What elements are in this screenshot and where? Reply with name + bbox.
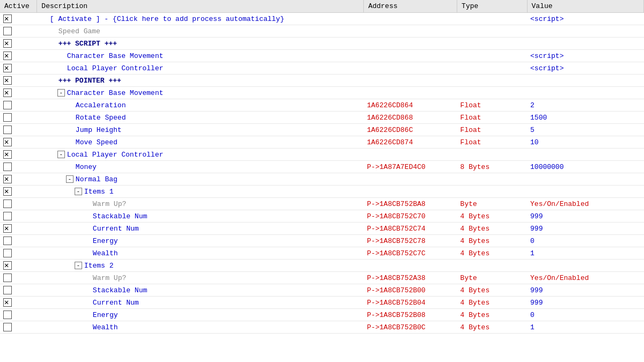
spacer (66, 163, 75, 171)
checkbox[interactable] (3, 237, 12, 245)
address-cell: 1A6226CD874 (364, 136, 457, 149)
description-cell: Stackable Num (37, 210, 364, 223)
type-cell: 4 Bytes (457, 321, 527, 334)
table-row[interactable]: -Normal Bag (0, 173, 644, 186)
checkbox[interactable] (3, 150, 12, 159)
description-text: Move Speed (76, 138, 118, 146)
spacer (83, 249, 92, 257)
address-cell: 1A6226CD868 (364, 112, 457, 124)
checkbox[interactable] (3, 125, 12, 134)
description-text: Local Player Controller (67, 151, 163, 159)
table-row[interactable]: EnergyP->1A8CB752C784 Bytes0 (0, 235, 644, 247)
table-row[interactable]: +++ POINTER +++ (0, 75, 644, 87)
type-cell (457, 173, 527, 186)
checkbox[interactable] (3, 187, 12, 196)
type-cell (457, 149, 527, 161)
expand-icon[interactable]: - (66, 175, 74, 183)
checkbox[interactable] (3, 175, 12, 183)
description-text: Current Num (93, 299, 139, 307)
checkbox[interactable] (3, 64, 12, 72)
table-row[interactable]: Jump Height1A6226CD86CFloat5 (0, 124, 644, 136)
address-cell: P->1A8CB752C70 (364, 210, 457, 223)
checkbox[interactable] (3, 51, 12, 60)
checkbox[interactable] (3, 298, 12, 307)
checkbox[interactable] (3, 200, 12, 208)
value-cell: 1 (527, 247, 643, 260)
table-row[interactable]: -Items 2 (0, 260, 644, 272)
spacer (40, 15, 49, 23)
checkbox[interactable] (3, 27, 12, 35)
description-text: Money (76, 163, 97, 171)
description-cell: Local Player Controller (37, 62, 364, 75)
table-row[interactable]: Warm Up?P->1A8CB752BA8ByteYes/On/Enabled (0, 198, 644, 210)
checkbox[interactable] (3, 88, 12, 97)
checkbox[interactable] (3, 311, 12, 319)
value-cell: 0 (527, 309, 643, 321)
table-row[interactable]: -Character Base Movement (0, 87, 644, 99)
checkbox[interactable] (3, 14, 12, 23)
description-text: Warm Up? (93, 200, 126, 208)
value-cell: Yes/On/Enabled (527, 272, 643, 284)
header-active: Active (0, 0, 37, 13)
checkbox[interactable] (3, 162, 12, 171)
expand-icon[interactable]: - (75, 188, 82, 195)
type-cell: Float (457, 136, 527, 149)
active-cell (0, 309, 37, 321)
cheat-table-content: Active Description Address Type Value [ … (0, 0, 644, 334)
description-cell: -Normal Bag (37, 173, 364, 186)
table-row[interactable]: MoneyP->1A87A7ED4C08 Bytes10000000 (0, 161, 644, 173)
table-row[interactable]: -Local Player Controller (0, 149, 644, 161)
description-text: Stackable Num (93, 212, 147, 220)
type-cell: 4 Bytes (457, 223, 527, 235)
checkbox[interactable] (3, 76, 12, 85)
value-cell (527, 75, 643, 87)
table-row[interactable]: Stackable NumP->1A8CB752C704 Bytes999 (0, 210, 644, 223)
value-cell: <script> (527, 62, 643, 75)
checkbox[interactable] (3, 249, 12, 257)
table-row[interactable]: Rotate Speed1A6226CD868Float1500 (0, 112, 644, 124)
table-row[interactable]: -Items 1 (0, 186, 644, 198)
table-row[interactable]: [ Activate ] - {Click here to add proces… (0, 13, 644, 25)
spacer (57, 64, 66, 72)
type-cell: 4 Bytes (457, 309, 527, 321)
value-cell (527, 87, 643, 99)
active-cell (0, 210, 37, 223)
checkbox[interactable] (3, 101, 12, 109)
description-text: Energy (93, 311, 118, 319)
checkbox[interactable] (3, 39, 12, 48)
checkbox[interactable] (3, 138, 12, 146)
table-row[interactable]: Move Speed1A6226CD874Float10 (0, 136, 644, 149)
table-row[interactable]: Character Base Movement<script> (0, 50, 644, 62)
checkbox[interactable] (3, 261, 12, 270)
description-cell: Current Num (37, 297, 364, 309)
active-cell (0, 50, 37, 62)
table-row[interactable]: EnergyP->1A8CB752B084 Bytes0 (0, 309, 644, 321)
table-row[interactable]: +++ SCRIPT +++ (0, 38, 644, 50)
checkbox[interactable] (3, 274, 12, 282)
table-row[interactable]: WealthP->1A8CB752B0C4 Bytes1 (0, 321, 644, 334)
type-cell: 4 Bytes (457, 297, 527, 309)
checkbox[interactable] (3, 212, 12, 220)
table-row[interactable]: Current NumP->1A8CB752B044 Bytes999 (0, 297, 644, 309)
expand-icon[interactable]: - (57, 89, 65, 97)
expand-icon[interactable]: - (57, 151, 65, 158)
table-row[interactable]: Local Player Controller<script> (0, 62, 644, 75)
checkbox[interactable] (3, 224, 12, 233)
table-row[interactable]: Stackable NumP->1A8CB752B004 Bytes999 (0, 284, 644, 297)
header-address: Address (364, 0, 457, 13)
value-cell: 5 (527, 124, 643, 136)
address-cell (364, 62, 457, 75)
table-row[interactable]: Accaleration1A6226CD864Float2 (0, 99, 644, 112)
value-cell: 10000000 (527, 161, 643, 173)
table-row[interactable]: Speed Game (0, 25, 644, 38)
checkbox[interactable] (3, 113, 12, 122)
expand-icon[interactable]: - (75, 262, 82, 269)
description-text: Jump Height (76, 126, 122, 134)
checkbox[interactable] (3, 323, 12, 331)
checkbox[interactable] (3, 286, 12, 294)
table-row[interactable]: Current NumP->1A8CB752C744 Bytes999 (0, 223, 644, 235)
address-cell: P->1A8CB752B08 (364, 309, 457, 321)
table-row[interactable]: WealthP->1A8CB752C7C4 Bytes1 (0, 247, 644, 260)
table-row[interactable]: Warm Up?P->1A8CB752A38ByteYes/On/Enabled (0, 272, 644, 284)
active-cell (0, 87, 37, 99)
